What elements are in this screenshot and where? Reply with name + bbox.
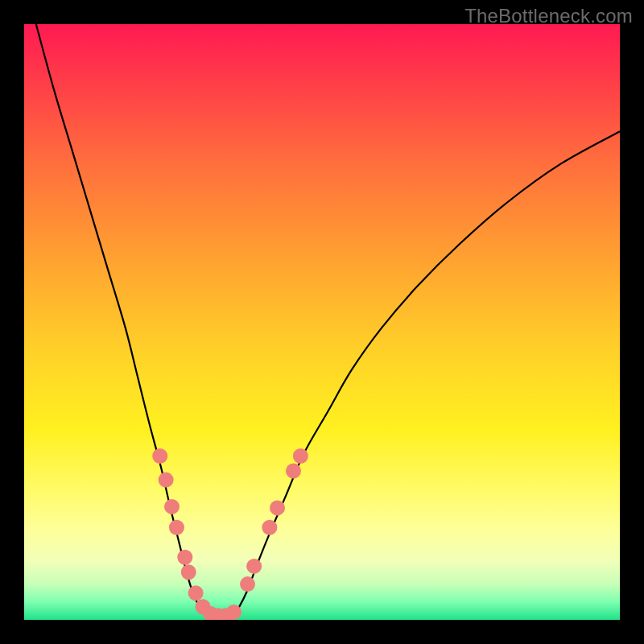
outer-frame: TheBottleneck.com <box>0 0 644 644</box>
highlight-dot <box>293 448 308 464</box>
highlight-dot <box>286 464 301 479</box>
highlight-dots-group <box>152 448 308 620</box>
highlight-dot <box>169 520 184 535</box>
highlight-dot <box>226 605 242 620</box>
right-curve-path <box>233 131 620 616</box>
chart-svg <box>24 24 620 620</box>
highlight-dot <box>262 520 277 535</box>
highlight-dot <box>270 500 285 515</box>
highlight-dot <box>181 564 196 580</box>
highlight-dot <box>164 499 180 514</box>
highlight-dot <box>246 559 262 574</box>
highlight-dot <box>152 448 167 464</box>
plot-area <box>24 24 620 620</box>
highlight-dot <box>240 576 255 592</box>
highlight-dot <box>177 550 192 565</box>
watermark-label: TheBottleneck.com <box>464 5 633 27</box>
highlight-dot <box>159 473 174 488</box>
highlight-dot <box>188 585 204 601</box>
